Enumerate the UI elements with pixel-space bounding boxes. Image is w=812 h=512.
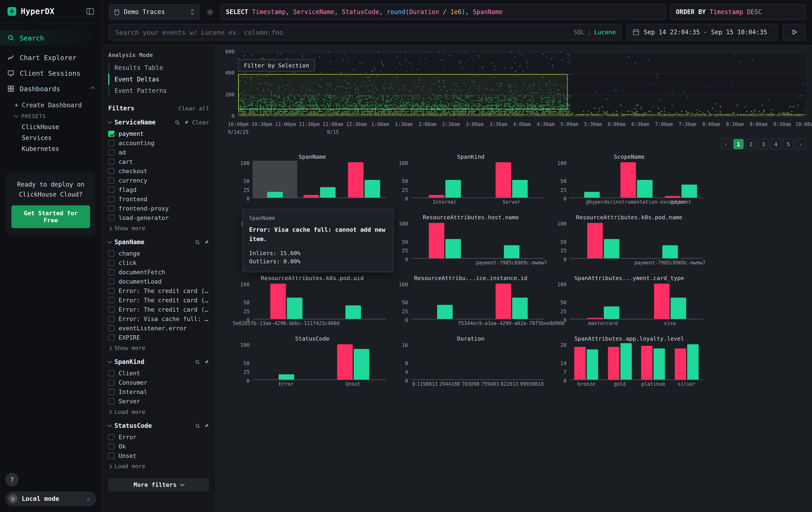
pink-bar[interactable] xyxy=(654,284,669,319)
pink-bar[interactable] xyxy=(337,344,352,379)
bar-group[interactable] xyxy=(411,221,478,258)
sidebar-item-client-sessions[interactable]: Client Sessions xyxy=(0,65,102,81)
page-button-1[interactable]: 1 xyxy=(733,139,744,150)
sidebar-collapse-icon[interactable] xyxy=(86,7,94,16)
bar-group[interactable] xyxy=(603,343,636,380)
page-button-4[interactable]: 4 xyxy=(771,139,781,150)
filter-option-load-generator[interactable]: load-generator xyxy=(108,213,209,222)
filter-option-error-visa-cache-full-[interactable]: Error: Visa cache full: … xyxy=(108,314,209,323)
filter-option-frontend[interactable]: frontend xyxy=(108,194,209,204)
order-by-input[interactable]: ORDER BY Timestamp DESC xyxy=(670,4,806,20)
heatmap-selection[interactable] xyxy=(238,74,568,109)
green-bar[interactable] xyxy=(320,187,336,197)
green-bar[interactable] xyxy=(512,180,527,198)
checkbox[interactable] xyxy=(108,250,115,257)
search-icon[interactable] xyxy=(195,359,201,365)
filter-option-click[interactable]: click xyxy=(108,258,209,268)
bar-group[interactable] xyxy=(570,282,636,319)
checkbox[interactable] xyxy=(108,297,115,303)
date-range-picker[interactable]: Sep 14 22:04:35 - Sep 15 10:04:35 xyxy=(627,24,778,41)
green-bar[interactable] xyxy=(584,192,600,198)
filter-option-error-the-credit-card-[interactable]: Error: The credit card (… xyxy=(108,305,209,314)
pin-icon[interactable] xyxy=(203,239,209,245)
bar-group[interactable] xyxy=(320,282,386,319)
filter-option-frontend-proxy[interactable]: frontend-proxy xyxy=(108,204,209,213)
green-bar[interactable] xyxy=(287,298,302,319)
green-bar[interactable] xyxy=(682,185,697,197)
sidebar-item-services[interactable]: Services xyxy=(14,132,102,143)
pink-bar[interactable] xyxy=(495,162,511,197)
chevron-down-icon[interactable] xyxy=(108,423,112,427)
show-more-button[interactable]: Show more xyxy=(108,345,209,351)
green-bar[interactable] xyxy=(267,192,283,198)
bar-group[interactable] xyxy=(478,221,545,258)
checkbox[interactable] xyxy=(108,288,115,294)
pink-bar[interactable] xyxy=(587,318,603,319)
run-query-button[interactable] xyxy=(783,24,806,41)
checkbox[interactable] xyxy=(108,453,115,459)
bar-group[interactable] xyxy=(342,161,386,197)
analysis-mode-event-patterns[interactable]: Event Patterns xyxy=(108,85,209,97)
pink-bar[interactable] xyxy=(429,223,444,258)
green-bar[interactable] xyxy=(662,245,678,258)
checkbox[interactable] xyxy=(108,370,115,376)
checkbox[interactable] xyxy=(108,140,115,146)
next-page-button[interactable]: › xyxy=(795,139,806,150)
mode-sql-toggle[interactable]: SQL xyxy=(574,28,584,36)
green-bar[interactable] xyxy=(654,348,665,380)
show-more-button[interactable]: Show more xyxy=(108,225,209,232)
create-dashboard-button[interactable]: + Create Dashboard xyxy=(14,100,102,110)
search-input[interactable] xyxy=(115,28,574,37)
get-started-button[interactable]: Get Started for Free xyxy=(11,206,90,228)
checkbox[interactable] xyxy=(108,269,115,275)
pink-bar[interactable] xyxy=(429,195,444,197)
checkbox[interactable] xyxy=(108,398,115,404)
checkbox[interactable] xyxy=(108,443,115,450)
presets-toggle[interactable]: PRESETS xyxy=(14,110,102,121)
checkbox[interactable] xyxy=(108,334,115,341)
bar-group[interactable] xyxy=(478,282,545,319)
filter-option-expire[interactable]: EXPIRE xyxy=(108,333,209,342)
pink-bar[interactable] xyxy=(641,346,652,380)
checkbox[interactable] xyxy=(108,215,115,221)
filter-option-documentfetch[interactable]: documentFetch xyxy=(108,268,209,277)
green-bar[interactable] xyxy=(637,180,652,198)
filter-option-server[interactable]: Server xyxy=(108,397,209,406)
filter-option-accounting[interactable]: accounting xyxy=(108,138,209,148)
bar-group[interactable] xyxy=(636,282,703,319)
pink-bar[interactable] xyxy=(348,162,364,197)
search-icon[interactable] xyxy=(195,423,201,429)
filter-option-consumer[interactable]: Consumer xyxy=(108,378,209,387)
green-bar[interactable] xyxy=(670,298,686,319)
help-button[interactable]: ? xyxy=(5,473,19,486)
sidebar-item-search[interactable]: Search xyxy=(0,30,102,46)
bar-group[interactable] xyxy=(297,161,342,197)
pink-bar[interactable] xyxy=(608,347,619,380)
filter-option-checkout[interactable]: checkout xyxy=(108,166,209,176)
bar-group[interactable] xyxy=(614,161,659,197)
checkbox[interactable] xyxy=(108,434,115,440)
chevron-down-icon[interactable] xyxy=(108,359,112,363)
bar-group[interactable] xyxy=(570,343,603,380)
sidebar-item-chart-explorer[interactable]: Chart Explorer xyxy=(0,50,102,65)
pink-bar[interactable] xyxy=(620,162,636,197)
prev-page-button[interactable]: ‹ xyxy=(721,139,731,150)
checkbox[interactable] xyxy=(108,131,115,137)
filter-clear-button[interactable]: Clear xyxy=(192,119,209,126)
analysis-mode-event-deltas[interactable]: Event Deltas xyxy=(108,74,209,85)
clear-all-button[interactable]: Clear all xyxy=(178,105,209,112)
bar-group[interactable] xyxy=(570,221,636,258)
sql-select-input[interactable]: SELECT Timestamp, ServiceName, StatusCod… xyxy=(220,4,666,20)
filter-option-internal[interactable]: Internal xyxy=(108,387,209,397)
checkbox[interactable] xyxy=(108,178,115,184)
page-button-3[interactable]: 3 xyxy=(758,139,768,150)
pin-icon[interactable] xyxy=(183,119,189,125)
bar-group[interactable] xyxy=(636,221,703,258)
checkbox[interactable] xyxy=(108,205,115,212)
filter-option-cart[interactable]: cart xyxy=(108,157,209,166)
bar-group[interactable] xyxy=(320,343,386,380)
bar-group[interactable] xyxy=(253,343,320,380)
filter-option-error-the-credit-card-[interactable]: Error: The credit card (… xyxy=(108,286,209,296)
chevron-down-icon[interactable] xyxy=(108,119,112,124)
green-bar[interactable] xyxy=(587,350,598,380)
